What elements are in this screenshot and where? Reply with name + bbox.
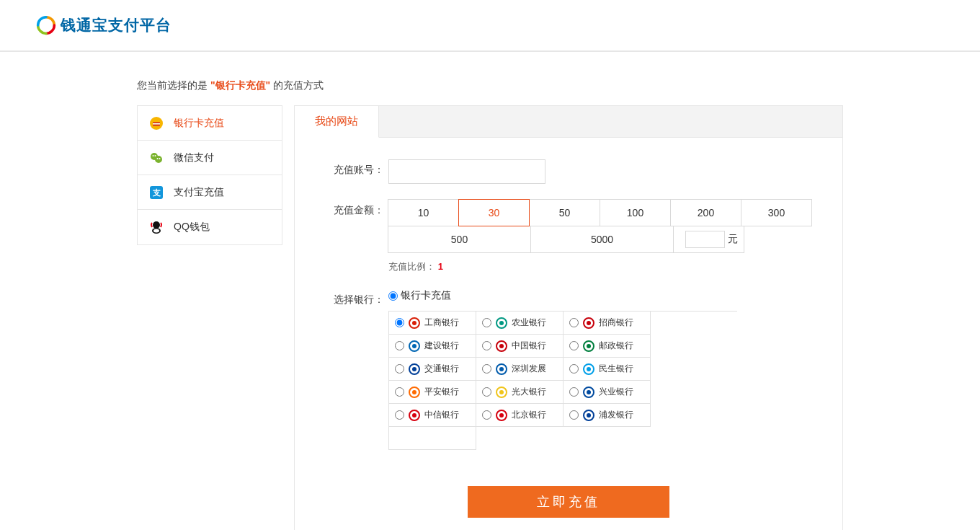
svg-point-6 [155, 155, 156, 156]
bank-option-9[interactable]: 平安银行 [389, 381, 476, 404]
amount-option-200[interactable]: 200 [670, 199, 741, 226]
bank-option-10[interactable]: 光大银行 [476, 381, 564, 404]
bank-radio-7[interactable] [482, 364, 491, 374]
bank-radio-1[interactable] [482, 318, 491, 327]
ratio-label: 充值比例： [388, 261, 435, 272]
amount-option-50[interactable]: 50 [529, 199, 600, 226]
bank-radio-0[interactable] [395, 318, 404, 327]
bank-option-2[interactable]: 招商银行 [564, 312, 651, 335]
amount-option-30[interactable]: 30 [458, 199, 530, 226]
bank-icon-12 [409, 410, 420, 421]
bank-radio-14[interactable] [569, 410, 579, 420]
bank-icon-10 [496, 387, 507, 398]
bank-icon-7 [496, 363, 507, 375]
sidebar-item-0[interactable]: 银行卡充值 [138, 106, 282, 141]
bank-radio-9[interactable] [395, 387, 404, 397]
svg-point-33 [412, 390, 416, 394]
svg-point-8 [159, 158, 161, 159]
amount-option-100[interactable]: 100 [600, 199, 671, 226]
amount-label: 充值金额： [316, 200, 388, 217]
bank-radio-10[interactable] [482, 387, 491, 397]
bank-option-7[interactable]: 深圳发展 [476, 358, 564, 381]
bank-option-5[interactable]: 邮政银行 [564, 335, 651, 358]
amount-option-10[interactable]: 10 [388, 199, 459, 226]
svg-text:支: 支 [152, 188, 161, 197]
sidebar-label-0: 银行卡充值 [174, 117, 224, 130]
bank-name-8: 民生银行 [599, 363, 633, 375]
tabs: 我的网站 [295, 106, 842, 138]
bank-option-4[interactable]: 中国银行 [476, 335, 564, 358]
bank-method-label: 银行卡充值 [401, 289, 451, 302]
amount-unit: 元 [728, 233, 738, 246]
svg-point-39 [412, 413, 416, 418]
bank-option-1[interactable]: 农业银行 [476, 312, 564, 335]
bank-name-12: 中信银行 [424, 409, 459, 421]
bank-option-13[interactable]: 北京银行 [476, 404, 564, 427]
bank-radio-4[interactable] [482, 341, 491, 350]
bank-name-4: 中国银行 [512, 340, 546, 352]
bank-option-11[interactable]: 兴业银行 [564, 381, 651, 404]
brand-logo: 钱通宝支付平台 [36, 15, 172, 35]
svg-point-15 [412, 321, 416, 325]
svg-point-4 [155, 156, 162, 163]
bank-name-2: 招商银行 [599, 317, 633, 329]
svg-point-7 [157, 158, 159, 159]
bank-option-14[interactable]: 浦发银行 [564, 404, 651, 427]
submit-button[interactable]: 立即充值 [468, 486, 669, 518]
amount-option-5000[interactable]: 5000 [530, 226, 674, 253]
bank-option-12[interactable]: 中信银行 [389, 404, 476, 427]
bank-radio-2[interactable] [569, 318, 579, 327]
bank-name-9: 平安银行 [424, 386, 459, 398]
account-input[interactable] [388, 159, 545, 184]
bank-name-13: 北京银行 [512, 409, 546, 421]
notice-suffix: 的充值方式 [273, 79, 324, 91]
bank-option-8[interactable]: 民生银行 [564, 358, 651, 381]
amount-custom-input[interactable] [685, 231, 725, 248]
bank-radio-5[interactable] [569, 341, 579, 350]
bank-icon-6 [409, 363, 420, 375]
notice-prefix: 您当前选择的是 [137, 79, 208, 91]
bank-name-11: 兴业银行 [599, 386, 633, 398]
main-panel: 我的网站 充值账号： 充值金额： 1030501002003005005000元… [294, 105, 843, 530]
svg-point-25 [587, 344, 591, 348]
bank-radio-3[interactable] [395, 341, 404, 350]
sidebar-item-3[interactable]: QQ钱包 [138, 210, 282, 244]
bank-option-0[interactable]: 工商银行 [389, 312, 476, 335]
svg-point-11 [153, 221, 160, 229]
sidebar-item-2[interactable]: 支支付宝充值 [138, 175, 282, 210]
svg-point-17 [499, 321, 504, 325]
bank-name-1: 农业银行 [512, 317, 546, 329]
amount-option-500[interactable]: 500 [388, 226, 531, 253]
sidebar-icon-1 [149, 151, 164, 165]
svg-point-43 [587, 413, 591, 418]
bank-option-3[interactable]: 建设银行 [389, 335, 476, 358]
svg-point-41 [499, 413, 504, 418]
bank-name-3: 建设银行 [424, 340, 459, 352]
bank-radio-11[interactable] [569, 387, 579, 397]
bank-name-6: 交通银行 [424, 363, 459, 375]
bank-name-5: 邮政银行 [599, 340, 633, 352]
bank-icon-11 [583, 387, 594, 398]
sidebar-label-2: 支付宝充值 [174, 186, 224, 199]
svg-point-29 [499, 367, 504, 371]
bank-radio-13[interactable] [482, 410, 491, 420]
sidebar-item-1[interactable]: 微信支付 [138, 141, 282, 175]
svg-point-37 [587, 390, 591, 394]
sidebar-icon-2: 支 [149, 185, 164, 200]
bank-method-radio[interactable] [388, 291, 398, 301]
bank-icon-9 [409, 387, 420, 398]
bank-radio-8[interactable] [569, 364, 579, 374]
ratio-value: 1 [438, 261, 443, 272]
bank-option-6[interactable]: 交通银行 [389, 358, 476, 381]
sidebar-label-1: 微信支付 [174, 151, 214, 164]
svg-point-23 [499, 344, 504, 348]
brand-text: 钱通宝支付平台 [61, 15, 172, 35]
tab-mysite[interactable]: 我的网站 [295, 106, 379, 138]
bank-icon-8 [583, 363, 594, 375]
ratio-line: 充值比例： 1 [388, 260, 821, 273]
sidebar-icon-0 [149, 116, 164, 131]
amount-option-300[interactable]: 300 [741, 199, 812, 226]
bank-icon-5 [583, 340, 594, 352]
bank-radio-6[interactable] [395, 364, 404, 374]
bank-radio-12[interactable] [395, 410, 404, 420]
